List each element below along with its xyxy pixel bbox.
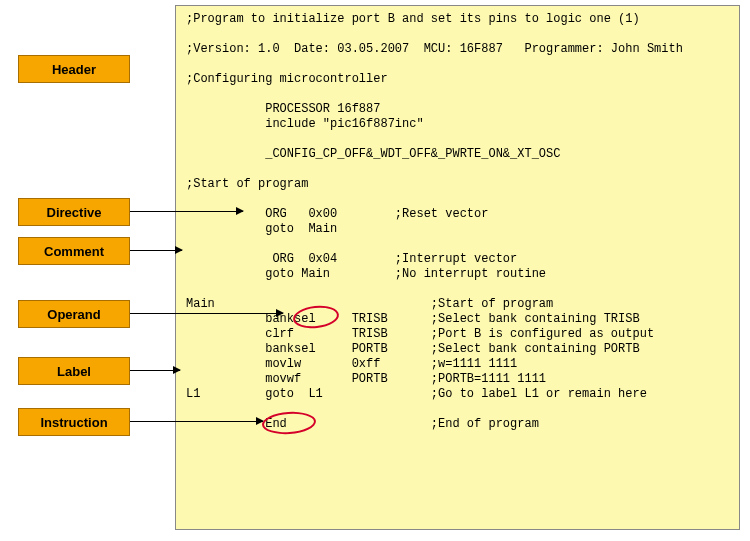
code-line: ORG 0x00 ;Reset vector	[186, 207, 488, 221]
code-line: ;Configuring microcontroller	[186, 72, 388, 86]
annotation-instruction: Instruction	[18, 408, 130, 436]
annotation-directive: Directive	[18, 198, 130, 226]
arrow-directive	[130, 211, 243, 212]
arrow-operand	[130, 313, 283, 314]
code-line: banksel TRISB ;Select bank containing TR…	[186, 312, 640, 326]
annotation-label: Label	[18, 357, 130, 385]
arrow-instruction	[130, 421, 263, 422]
code-line: banksel PORTB ;Select bank containing PO…	[186, 342, 640, 356]
code-line: goto Main ;No interrupt routine	[186, 267, 546, 281]
code-line: PROCESSOR 16f887	[186, 102, 380, 116]
code-line: ORG 0x04 ;Interrupt vector	[186, 252, 517, 266]
code-line: ;Program to initialize port B and set it…	[186, 12, 640, 26]
annotation-comment: Comment	[18, 237, 130, 265]
annotation-header: Header	[18, 55, 130, 83]
arrow-comment	[130, 250, 182, 251]
code-line: ;Version: 1.0 Date: 03.05.2007 MCU: 16F8…	[186, 42, 683, 56]
code-line: End ;End of program	[186, 417, 539, 431]
code-block: ;Program to initialize port B and set it…	[175, 5, 740, 530]
code-line: Main ;Start of program	[186, 297, 553, 311]
code-line: _CONFIG_CP_OFF&_WDT_OFF&_PWRTE_ON&_XT_OS…	[186, 147, 560, 161]
code-line: movlw 0xff ;w=1111 1111	[186, 357, 517, 371]
arrow-label	[130, 370, 180, 371]
code-line: L1 goto L1 ;Go to label L1 or remain her…	[186, 387, 647, 401]
code-line: clrf TRISB ;Port B is configured as outp…	[186, 327, 654, 341]
code-line: ;Start of program	[186, 177, 308, 191]
code-line: include "pic16f887inc"	[186, 117, 424, 131]
annotation-operand: Operand	[18, 300, 130, 328]
code-line: movwf PORTB ;PORTB=1111 1111	[186, 372, 546, 386]
code-line: goto Main	[186, 222, 337, 236]
